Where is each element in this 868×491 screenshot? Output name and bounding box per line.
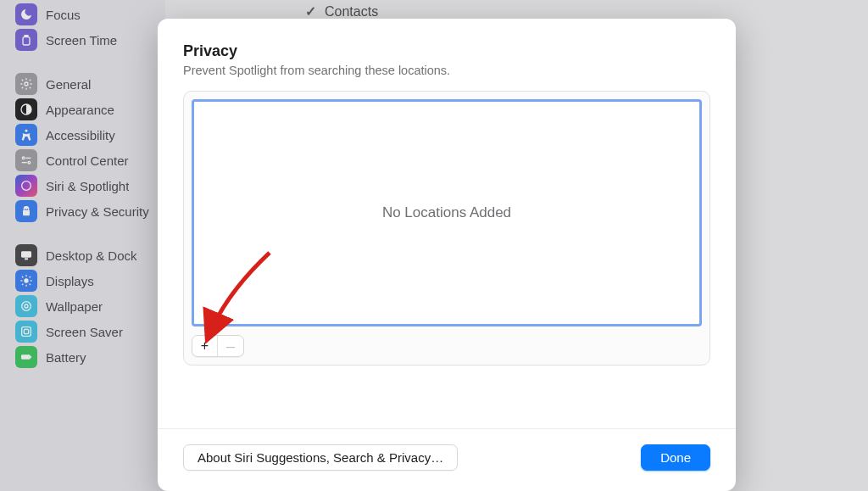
sheet-title: Privacy — [183, 42, 710, 60]
spotlight-privacy-sheet: Privacy Prevent Spotlight from searching… — [158, 19, 736, 491]
about-siri-privacy-button[interactable]: About Siri Suggestions, Search & Privacy… — [183, 444, 458, 471]
done-button[interactable]: Done — [641, 444, 710, 471]
add-location-button[interactable]: + — [192, 336, 218, 356]
excluded-locations-list[interactable]: No Locations Added — [192, 99, 702, 326]
add-remove-segment: + – — [192, 335, 244, 357]
empty-list-text: No Locations Added — [382, 204, 511, 221]
remove-location-button: – — [218, 336, 243, 356]
locations-panel: No Locations Added + – — [183, 91, 710, 365]
sheet-subtitle: Prevent Spotlight from searching these l… — [183, 64, 710, 77]
